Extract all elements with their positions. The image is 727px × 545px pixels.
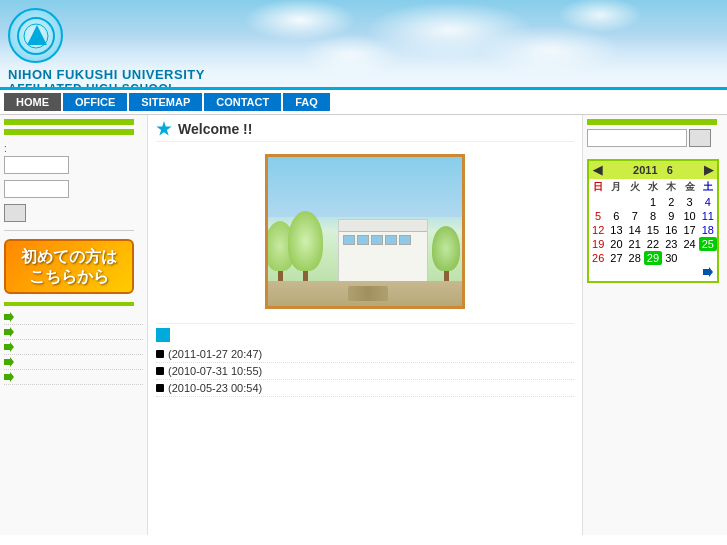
calendar: ◀ 2011 6 ▶ 日 月 火 水 木 金 土 xyxy=(587,159,719,283)
cal-header-mon: 月 xyxy=(607,179,625,195)
cal-day-21[interactable]: 21 xyxy=(626,237,644,251)
cal-day-15[interactable]: 15 xyxy=(644,223,662,237)
school-name-line1: NIHON FUKUSHI UNIVERSITY xyxy=(8,67,205,82)
news-item-2[interactable]: (2010-07-31 10:55) xyxy=(156,363,574,380)
cal-header-fri: 金 xyxy=(680,179,698,195)
cal-day-19[interactable]: 19 xyxy=(589,237,607,251)
photo-container xyxy=(156,150,574,313)
main-layout: : 初めての方は こちらから xyxy=(0,115,727,535)
cal-day-5[interactable]: 5 xyxy=(589,209,607,223)
calendar-footer xyxy=(589,265,717,281)
left-sidebar: : 初めての方は こちらから xyxy=(0,115,148,535)
cal-day-empty-3 xyxy=(626,195,644,209)
cal-day-30[interactable]: 30 xyxy=(662,251,680,265)
nav-faq[interactable]: FAQ xyxy=(283,93,330,111)
right-search-input[interactable] xyxy=(587,129,687,147)
cal-week-3: 12 13 14 15 16 17 18 xyxy=(589,223,717,237)
cal-day-29-today[interactable]: 29 xyxy=(644,251,662,265)
cal-day-8[interactable]: 8 xyxy=(644,209,662,223)
sidebar-colon-label: : xyxy=(4,143,143,154)
welcome-title: Welcome !! xyxy=(178,121,252,137)
arrow-icon-4 xyxy=(4,357,14,367)
sidebar-green-bar-top xyxy=(4,119,134,125)
sidebar-banner-button[interactable]: 初めての方は こちらから xyxy=(4,239,134,294)
welcome-header: Welcome !! xyxy=(156,121,574,142)
calendar-month: 6 xyxy=(667,164,673,176)
nav-contact[interactable]: CONTACT xyxy=(204,93,281,111)
arrow-icon-3 xyxy=(4,342,14,352)
sidebar-text-input-2[interactable] xyxy=(4,180,69,198)
cal-day-25[interactable]: 25 xyxy=(699,237,717,251)
news-item-1[interactable]: (2011-01-27 20:47) xyxy=(156,346,574,363)
cal-day-14[interactable]: 14 xyxy=(626,223,644,237)
sidebar-top-section: : xyxy=(4,119,143,231)
svg-point-0 xyxy=(18,18,54,54)
cal-day-empty-5 xyxy=(699,251,717,265)
cal-day-9[interactable]: 9 xyxy=(662,209,680,223)
cal-day-12[interactable]: 12 xyxy=(589,223,607,237)
news-item-3[interactable]: (2010-05-23 00:54) xyxy=(156,380,574,397)
sidebar-link-5[interactable] xyxy=(4,370,143,385)
news-header-icon xyxy=(156,328,170,342)
news-date-1: (2011-01-27 20:47) xyxy=(168,348,262,360)
calendar-next-button[interactable]: ▶ xyxy=(704,163,713,177)
tree-left xyxy=(273,266,288,281)
cal-day-11[interactable]: 11 xyxy=(699,209,717,223)
cal-day-28[interactable]: 28 xyxy=(626,251,644,265)
cal-day-4[interactable]: 4 xyxy=(699,195,717,209)
nav-office[interactable]: OFFICE xyxy=(63,93,127,111)
nav-sitemap[interactable]: SITEMAP xyxy=(129,93,202,111)
sidebar-small-button[interactable] xyxy=(4,204,26,222)
cal-day-24[interactable]: 24 xyxy=(680,237,698,251)
center-content: Welcome !! xyxy=(148,115,582,535)
cal-day-10[interactable]: 10 xyxy=(680,209,698,223)
cal-day-17[interactable]: 17 xyxy=(680,223,698,237)
arrow-icon-2 xyxy=(4,327,14,337)
nav-home[interactable]: HOME xyxy=(4,93,61,111)
sidebar-link-4[interactable] xyxy=(4,355,143,370)
school-name-line2: AFFILIATED HIGH SCHOOL xyxy=(8,82,205,90)
sidebar-text-input-1[interactable] xyxy=(4,156,69,174)
school-photo xyxy=(265,154,465,309)
calendar-year-month: 2011 6 xyxy=(633,164,673,176)
cal-day-18[interactable]: 18 xyxy=(699,223,717,237)
news-bullet-3 xyxy=(156,384,164,392)
cal-week-2: 5 6 7 8 9 10 11 xyxy=(589,209,717,223)
calendar-prev-button[interactable]: ◀ xyxy=(593,163,602,177)
sidebar-divider-1 xyxy=(4,230,134,231)
cal-day-20[interactable]: 20 xyxy=(607,237,625,251)
cal-day-22[interactable]: 22 xyxy=(644,237,662,251)
tree-right xyxy=(439,266,454,281)
school-logo: f xyxy=(8,8,63,63)
calendar-header: ◀ 2011 6 ▶ xyxy=(589,161,717,179)
cal-week-4: 19 20 21 22 23 24 25 xyxy=(589,237,717,251)
cal-day-26[interactable]: 26 xyxy=(589,251,607,265)
sidebar-link-1[interactable] xyxy=(4,310,143,325)
cal-day-13[interactable]: 13 xyxy=(607,223,625,237)
cal-day-7[interactable]: 7 xyxy=(626,209,644,223)
svg-text:f: f xyxy=(34,31,38,42)
sidebar-link-2[interactable] xyxy=(4,325,143,340)
cal-day-empty-2 xyxy=(607,195,625,209)
sidebar-banner-text: 初めての方は こちらから xyxy=(21,247,117,285)
arrow-icon-1 xyxy=(4,312,14,322)
svg-point-1 xyxy=(24,24,48,48)
sidebar-input-row2 xyxy=(4,180,143,198)
cal-day-16[interactable]: 16 xyxy=(662,223,680,237)
cal-header-thu: 木 xyxy=(662,179,680,195)
calendar-body: 1 2 3 4 5 6 7 8 9 10 11 xyxy=(589,195,717,265)
sidebar-green-bar-2 xyxy=(4,129,134,135)
cal-day-6[interactable]: 6 xyxy=(607,209,625,223)
navigation: HOME OFFICE SITEMAP CONTACT FAQ xyxy=(0,90,727,115)
cal-day-2[interactable]: 2 xyxy=(662,195,680,209)
cal-day-1[interactable]: 1 xyxy=(644,195,662,209)
cal-day-3[interactable]: 3 xyxy=(680,195,698,209)
news-date-3: (2010-05-23 00:54) xyxy=(168,382,262,394)
right-search-button[interactable] xyxy=(689,129,711,147)
sidebar-link-3[interactable] xyxy=(4,340,143,355)
calendar-days-header-row: 日 月 火 水 木 金 土 xyxy=(589,179,717,195)
cal-day-23[interactable]: 23 xyxy=(662,237,680,251)
news-section: (2011-01-27 20:47) (2010-07-31 10:55) (2… xyxy=(156,323,574,397)
sidebar-small-btn-row xyxy=(4,204,143,224)
cal-day-27[interactable]: 27 xyxy=(607,251,625,265)
